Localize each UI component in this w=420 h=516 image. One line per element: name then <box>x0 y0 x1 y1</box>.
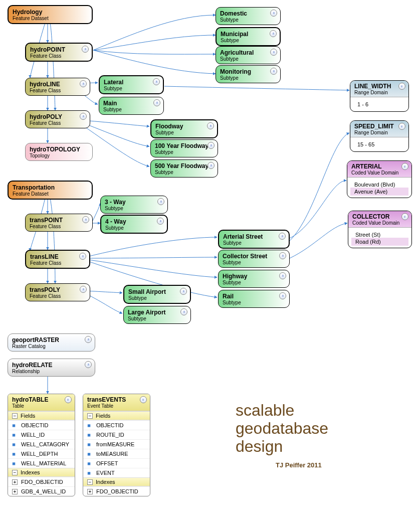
4-way-subtype[interactable]: 4 - WaySubtype <box>100 215 168 234</box>
expand-icon[interactable] <box>82 216 89 223</box>
collapse-icon[interactable] <box>401 163 408 170</box>
transline-feature-class[interactable]: transLINEFeature Class <box>25 250 90 269</box>
expand-plus-icon[interactable]: + <box>12 489 18 494</box>
collapse-icon[interactable] <box>398 83 405 90</box>
arterial-domain[interactable]: ARTERIALCoded Value Domain Boulevard (Bl… <box>347 160 412 198</box>
type: Topology <box>30 153 88 158</box>
title: Hydrology <box>13 9 88 16</box>
field-row: ◆fromMEASURE <box>83 439 150 449</box>
transpoly-feature-class[interactable]: transPOLYFeature Class <box>25 283 90 301</box>
expand-icon[interactable] <box>153 78 160 85</box>
hydropoint-feature-class[interactable]: hydroPOINT Feature Class <box>25 43 93 62</box>
expand-icon[interactable] <box>82 46 89 53</box>
expand-icon[interactable] <box>279 233 286 240</box>
type: Feature Dataset <box>13 191 88 197</box>
expand-icon[interactable] <box>79 253 86 260</box>
large-airport-subtype[interactable]: Large AirportSubtype <box>123 306 191 324</box>
line-width-domain[interactable]: LINE_WIDTHRange Domain 1 - 6 <box>350 80 409 112</box>
expand-icon[interactable] <box>270 68 277 75</box>
lateral-subtype[interactable]: LateralSubtype <box>99 75 164 94</box>
small-airport-subtype[interactable]: Small AirportSubtype <box>123 285 191 304</box>
monitoring-subtype[interactable]: MonitoringSubtype <box>216 65 281 83</box>
collapse-icon[interactable] <box>398 123 405 130</box>
field-row: ◆WELL_MATERIAL <box>8 458 75 468</box>
field-row: ◆toMEASURE <box>83 449 150 458</box>
expand-icon[interactable] <box>180 308 187 315</box>
expand-icon[interactable] <box>270 10 277 17</box>
expand-icon[interactable] <box>207 142 215 149</box>
expand-icon[interactable] <box>279 292 286 299</box>
value: Avenue (Ave) <box>350 188 408 196</box>
expand-icon[interactable] <box>85 336 92 343</box>
value: 1 - 6 <box>355 100 403 108</box>
index-row: +FDO_OBJECTID <box>83 486 150 496</box>
transevents[interactable]: transEVENTSEvent Table −Fields ◆OBJECTID… <box>83 394 150 496</box>
value: Road (Rd) <box>351 238 408 246</box>
geoportraster[interactable]: geoportRASTERRaster Catalog <box>8 333 95 352</box>
100-year-floodway-subtype[interactable]: 100 Year FloodwaySubtype <box>150 139 218 157</box>
collapse-minus-icon[interactable]: − <box>12 413 18 419</box>
expand-plus-icon[interactable]: + <box>87 489 93 494</box>
3-way-subtype[interactable]: 3 - WaySubtype <box>100 196 168 214</box>
field-row: ◆OFFSET <box>83 458 150 468</box>
rail-subtype[interactable]: RailSubtype <box>218 290 290 308</box>
type: Feature Class <box>30 120 86 126</box>
collector-domain[interactable]: COLLECTORCoded Value Domain Street (St) … <box>348 211 412 248</box>
expand-icon[interactable] <box>80 80 87 87</box>
expand-icon[interactable] <box>180 288 187 295</box>
expand-icon[interactable] <box>153 99 160 106</box>
field-row: ◆WELL_CATAGORY <box>8 439 75 449</box>
expand-icon[interactable] <box>80 113 87 120</box>
hydrotable[interactable]: hydroTABLETable −Fields ◆OBJECTID ◆WELL_… <box>8 394 75 496</box>
hydrology-feature-dataset[interactable]: Hydrology Feature Dataset <box>8 5 93 24</box>
title: hydroPOLY <box>30 113 86 120</box>
hydrorelate[interactable]: hydroRELATERelationship <box>8 359 95 377</box>
field-row: ◆OBJECTID <box>83 420 150 430</box>
type: Feature Class <box>30 88 86 93</box>
page-author: TJ Peiffer 2011 <box>276 461 322 469</box>
collapse-minus-icon[interactable]: − <box>87 479 93 485</box>
expand-icon[interactable] <box>157 218 164 225</box>
floodway-subtype[interactable]: FloodwaySubtype <box>150 119 218 138</box>
expand-icon[interactable] <box>80 286 87 293</box>
field-row: ◆ROUTE_ID <box>83 430 150 439</box>
hydroline-feature-class[interactable]: hydroLINE Feature Class <box>25 78 90 96</box>
collapse-icon[interactable] <box>65 396 72 403</box>
speed-limit-domain[interactable]: SPEED_LIMITRange Domain 15 - 65 <box>350 120 409 152</box>
transportation-feature-dataset[interactable]: Transportation Feature Dataset <box>8 181 93 200</box>
title: hydroPOINT <box>30 46 88 53</box>
page-title: scalable geodatabase design <box>236 401 328 455</box>
field-row: ◆EVENT <box>83 468 150 477</box>
expand-icon[interactable] <box>279 272 286 279</box>
expand-icon[interactable] <box>279 252 286 259</box>
collapse-icon[interactable] <box>401 213 408 220</box>
500-year-floodway-subtype[interactable]: 500 Year FloodwaySubtype <box>150 159 218 178</box>
expand-icon[interactable] <box>270 30 277 37</box>
hydropoly-feature-class[interactable]: hydroPOLY Feature Class <box>25 110 90 128</box>
collapse-icon[interactable] <box>140 396 147 403</box>
expand-icon[interactable] <box>85 361 92 368</box>
domestic-subtype[interactable]: DomesticSubtype <box>216 7 281 25</box>
collapse-minus-icon[interactable]: − <box>12 470 18 475</box>
hydrotopology[interactable]: hydroTOPOLOGY Topology <box>25 143 93 161</box>
expand-icon[interactable] <box>207 162 215 169</box>
collapse-minus-icon[interactable]: − <box>87 413 93 419</box>
collector-street-subtype[interactable]: Collector StreetSubtype <box>218 250 290 268</box>
agricultural-subtype[interactable]: AgriculturalSubtype <box>216 46 281 64</box>
main-subtype[interactable]: MainSubtype <box>99 97 164 115</box>
value: 15 - 65 <box>355 140 403 148</box>
expand-icon[interactable] <box>270 49 277 56</box>
index-row: +GDB_4_WELL_ID <box>8 486 75 496</box>
type: Feature Class <box>30 53 88 59</box>
expand-plus-icon[interactable]: + <box>12 479 18 485</box>
field-row: ◆OBJECTID <box>8 420 75 430</box>
transpoint-feature-class[interactable]: transPOINTFeature Class <box>25 214 93 232</box>
field-row: ◆WELL_DEPTH <box>8 449 75 458</box>
title: Transportation <box>13 184 88 191</box>
expand-icon[interactable] <box>207 122 214 129</box>
municipal-subtype[interactable]: MunicipalSubtype <box>216 27 281 46</box>
index-row: +FDO_OBJECTID <box>8 477 75 486</box>
arterial-street-subtype[interactable]: Arterial StreetSubtype <box>218 230 290 249</box>
expand-icon[interactable] <box>157 198 164 205</box>
highway-subtype[interactable]: HighwaySubtype <box>218 270 290 288</box>
